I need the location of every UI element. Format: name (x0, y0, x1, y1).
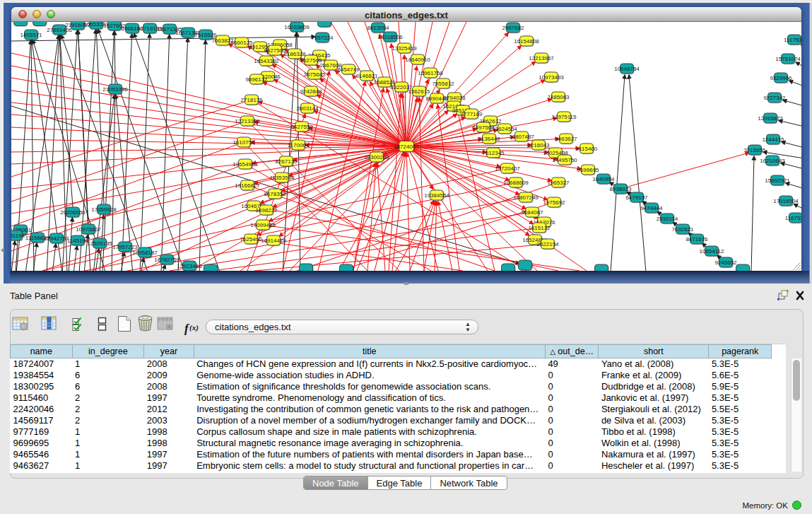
svg-text:10688609: 10688609 (503, 180, 529, 186)
svg-text:1145196: 1145196 (67, 238, 89, 244)
svg-text:15751074: 15751074 (775, 56, 801, 62)
svg-text:10648784: 10648784 (614, 66, 640, 72)
svg-text:13624554: 13624554 (492, 126, 517, 132)
svg-text:16210643: 16210643 (760, 158, 785, 164)
svg-text:16961758: 16961758 (418, 70, 443, 76)
svg-text:15692971: 15692971 (765, 177, 790, 184)
svg-text:9684067: 9684067 (521, 209, 543, 216)
svg-text:7485063: 7485063 (547, 94, 570, 100)
svg-text:8454749: 8454749 (337, 66, 360, 73)
svg-text:19384554: 19384554 (424, 192, 449, 199)
svg-text:10654112: 10654112 (700, 248, 725, 255)
svg-text:1170064: 1170064 (288, 142, 310, 148)
svg-text:11353594: 11353594 (270, 175, 295, 181)
svg-text:16154808: 16154808 (514, 38, 539, 45)
svg-text:2522154: 2522154 (536, 241, 559, 247)
svg-text:6216043: 6216043 (527, 142, 550, 148)
svg-text:9227342: 9227342 (763, 95, 786, 101)
svg-text:7955812: 7955812 (432, 81, 454, 87)
svg-text:12923466: 12923466 (177, 263, 202, 269)
svg-text:8938923: 8938923 (609, 186, 632, 192)
svg-text:1610755: 1610755 (233, 139, 255, 146)
svg-text:9896137: 9896137 (245, 76, 268, 83)
svg-text:12942757: 12942757 (44, 235, 69, 242)
svg-text:7512345: 7512345 (482, 150, 505, 156)
svg-text:9245652: 9245652 (714, 259, 737, 266)
svg-text:9242848: 9242848 (300, 88, 322, 95)
svg-text:8678352: 8678352 (264, 191, 286, 197)
svg-text:9827505: 9827505 (264, 47, 286, 54)
svg-text:9474444: 9474444 (640, 205, 663, 211)
svg-text:18724007: 18724007 (394, 144, 419, 150)
svg-text:6479197: 6479197 (625, 194, 648, 201)
svg-text:12975115: 12975115 (552, 114, 577, 120)
svg-text:9527505: 9527505 (300, 57, 322, 64)
svg-text:16033809: 16033809 (284, 24, 310, 30)
svg-text:9146821: 9146821 (355, 73, 378, 79)
svg-text:12093872: 12093872 (758, 115, 783, 122)
svg-text:10807487: 10807487 (509, 134, 534, 140)
svg-text:1498222: 1498222 (255, 207, 278, 214)
svg-text:1362615: 1362615 (408, 88, 430, 95)
svg-text:13325419: 13325419 (392, 45, 417, 52)
svg-text:18807249: 18807249 (513, 194, 539, 201)
svg-text:16914479: 16914479 (261, 238, 286, 244)
svg-text:1117534: 1117534 (784, 37, 801, 43)
svg-text:8186328: 8186328 (283, 51, 306, 57)
svg-text:2136448: 2136448 (478, 136, 500, 142)
svg-text:9115460: 9115460 (576, 146, 598, 152)
svg-text:17016504: 17016504 (773, 198, 799, 204)
svg-text:1815132: 1815132 (528, 225, 551, 231)
svg-text:12213967: 12213967 (529, 55, 554, 62)
svg-text:1167534: 1167534 (785, 215, 801, 221)
svg-text:16782759: 16782759 (154, 257, 180, 263)
svg-text:2935114: 2935114 (657, 216, 678, 222)
svg-text:2718176: 2718176 (240, 97, 263, 103)
svg-text:6794028: 6794028 (443, 95, 466, 101)
svg-text:28300293: 28300293 (364, 154, 389, 160)
svg-text:1640954: 1640954 (592, 176, 615, 182)
svg-text:7632621: 7632621 (671, 226, 694, 233)
svg-text:16543382: 16543382 (254, 58, 279, 64)
svg-text:20206556: 20206556 (60, 209, 86, 216)
svg-text:10973493: 10973493 (539, 74, 564, 81)
svg-text:9699695: 9699695 (577, 167, 599, 173)
svg-text:7357224: 7357224 (311, 35, 334, 41)
svg-text:9777169: 9777169 (460, 111, 483, 117)
svg-text:9463627: 9463627 (555, 136, 577, 142)
svg-text:13218506: 13218506 (377, 34, 403, 40)
svg-text:1975692: 1975692 (543, 199, 565, 206)
svg-text:(x): (x) (189, 323, 199, 332)
svg-text:8813054: 8813054 (367, 25, 389, 31)
svg-text:12505135: 12505135 (87, 240, 112, 247)
svg-text:1965327: 1965327 (547, 180, 570, 186)
svg-text:17359928: 17359928 (91, 206, 117, 213)
svg-text:1244415: 1244415 (762, 136, 784, 143)
svg-text:3215955: 3215955 (743, 147, 766, 153)
svg-text:10975867: 10975867 (76, 226, 101, 233)
svg-text:391194: 391194 (11, 233, 25, 239)
svg-text:10958187: 10958187 (132, 250, 158, 256)
svg-text:1405571: 1405571 (20, 32, 42, 38)
svg-text:9329966: 9329966 (770, 75, 792, 81)
svg-text:12213389: 12213389 (235, 118, 260, 124)
svg-text:19654983: 19654983 (233, 161, 258, 168)
svg-text:7625402: 7625402 (240, 236, 262, 243)
svg-text:8471676: 8471676 (686, 236, 708, 243)
svg-text:8267130: 8267130 (275, 158, 298, 165)
svg-text:2803144: 2803144 (296, 105, 319, 112)
svg-text:8427552: 8427552 (290, 124, 313, 130)
svg-text:14495750: 14495750 (552, 157, 577, 163)
svg-text:15720407: 15720407 (495, 165, 520, 172)
svg-text:3875685: 3875685 (303, 71, 326, 78)
svg-text:18640910: 18640910 (405, 57, 430, 63)
svg-text:14099485: 14099485 (250, 222, 276, 228)
svg-text:2987682: 2987682 (502, 25, 524, 31)
svg-text:19166827: 19166827 (235, 182, 260, 189)
svg-text:21053346: 21053346 (102, 86, 128, 93)
